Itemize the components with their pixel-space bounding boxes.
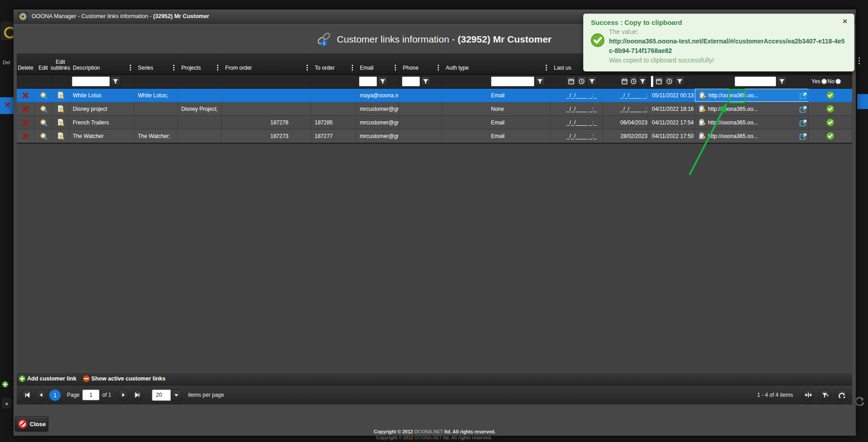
last-used-filter-button[interactable] [587, 76, 597, 86]
date2-cell: _/_/____ _:_ [603, 102, 648, 115]
description-filter-input[interactable] [72, 76, 110, 86]
next-page-button[interactable] [118, 390, 129, 401]
first-page-button[interactable] [21, 390, 33, 401]
last-page-button[interactable] [132, 390, 143, 401]
delete-button[interactable] [17, 89, 35, 102]
column-header-email[interactable]: Email [356, 53, 399, 74]
calendar-icon [656, 78, 662, 85]
previous-page-button[interactable] [35, 390, 47, 401]
delete-button[interactable] [17, 116, 35, 129]
current-page-button[interactable]: 1 [49, 390, 61, 401]
column-menu-icon[interactable] [436, 64, 440, 71]
edit-sublinks-button[interactable] [52, 89, 69, 102]
resize-columns-button[interactable] [802, 389, 814, 401]
description-filter-button[interactable] [111, 76, 120, 86]
active-check-icon [826, 132, 834, 140]
series-cell [134, 102, 178, 115]
page-number-input[interactable] [82, 390, 99, 400]
date3-filter-button[interactable] [675, 76, 684, 86]
date3-filter-input[interactable] [651, 76, 653, 87]
funnel-icon [380, 79, 386, 85]
series-cell: White Lotus; [134, 89, 178, 102]
date2-calendar-button[interactable] [620, 76, 628, 86]
email-filter-button[interactable] [378, 76, 387, 86]
date3-calendar-button[interactable] [654, 76, 664, 86]
last-used-calendar-button[interactable] [566, 76, 576, 86]
last-used-cell: _/_/____ _:_ [550, 116, 603, 129]
description-cell: The Watcher [69, 129, 134, 143]
pager-bar: 1 Page of 1 20 items per page 1 - 4 of 4… [17, 385, 852, 404]
refresh-icon [838, 392, 845, 398]
active-cell [809, 129, 852, 143]
background-add-icon [2, 381, 9, 390]
date3-clock-button[interactable] [665, 76, 674, 86]
last-used-clock-button[interactable] [577, 76, 586, 86]
column-header-from-order[interactable]: From order [222, 53, 311, 74]
column-header-auth-type[interactable]: Auth type [442, 53, 550, 74]
magnifier-icon [40, 105, 47, 113]
phone-filter-button[interactable] [421, 76, 430, 86]
window-title: OOONA Manager - Customer links informati… [32, 13, 209, 19]
clear-filters-button[interactable] [819, 389, 831, 401]
column-menu-icon[interactable] [350, 64, 354, 71]
show-active-customer-links-button[interactable]: Show active customer links [83, 375, 165, 382]
funnel-icon [537, 79, 543, 85]
page-size-select[interactable]: 20 [152, 390, 182, 401]
add-customer-link-button[interactable]: Add customer link [19, 375, 76, 382]
to-order-cell [311, 102, 356, 115]
filter-cell-edit [35, 75, 52, 88]
open-external-icon[interactable] [799, 133, 807, 140]
auth-type-filter-button[interactable] [535, 76, 545, 86]
edit-button[interactable] [35, 102, 52, 115]
column-menu-icon[interactable] [171, 64, 176, 71]
date2-clock-button[interactable] [629, 76, 637, 86]
column-menu-icon[interactable] [305, 64, 309, 71]
projects-cell [178, 89, 222, 102]
column-header-description[interactable]: Description [69, 53, 134, 74]
column-header-series[interactable]: Series [134, 53, 178, 74]
edit-sublinks-button[interactable] [52, 116, 69, 129]
open-external-icon[interactable] [799, 119, 807, 126]
edit-button[interactable] [35, 89, 52, 102]
yes-radio[interactable] [821, 79, 827, 84]
description-cell: Disney project [69, 102, 134, 115]
link-filter-input[interactable] [735, 76, 776, 86]
column-header-phone[interactable]: Phone [399, 53, 442, 74]
page-size-dropdown-button[interactable] [171, 390, 182, 401]
edit-sublinks-button[interactable] [52, 129, 69, 143]
column-header-projects[interactable]: Projects [178, 53, 222, 74]
clear-filter-icon [821, 392, 829, 398]
column-menu-icon[interactable] [393, 64, 397, 71]
link-filter-button[interactable] [777, 76, 787, 86]
refresh-button[interactable] [835, 389, 848, 401]
filter-cell-phone [399, 75, 442, 88]
no-radio[interactable] [835, 79, 841, 84]
resize-columns-icon [805, 391, 812, 399]
last-used-cell: _/_/____ _:_ [550, 89, 603, 102]
filter-cell-link [695, 75, 809, 88]
toast-close-icon[interactable]: ✕ [842, 18, 848, 25]
projects-cell: Disney Project; [178, 102, 222, 115]
date2-filter-button[interactable] [638, 76, 646, 86]
delete-button[interactable] [17, 102, 35, 115]
active-check-icon [826, 119, 834, 126]
column-menu-icon[interactable] [544, 64, 548, 71]
open-external-icon[interactable] [799, 92, 807, 99]
email-filter-input[interactable] [359, 76, 377, 86]
filter-cell-delete [17, 75, 35, 88]
description-cell: French Trailers [69, 116, 134, 129]
edit-button[interactable] [35, 116, 52, 129]
background-column-menu-icon [859, 56, 860, 66]
phone-cell [399, 102, 442, 115]
phone-filter-input[interactable] [402, 76, 420, 86]
column-menu-icon[interactable] [215, 64, 220, 71]
edit-sublinks-button[interactable] [52, 102, 69, 115]
filter-cell-email [356, 75, 399, 88]
column-menu-icon[interactable] [128, 64, 132, 71]
open-external-icon[interactable] [799, 105, 807, 113]
edit-button[interactable] [35, 129, 52, 143]
column-header-to-order[interactable]: To order [311, 53, 356, 74]
first-page-icon [24, 392, 30, 398]
delete-button[interactable] [17, 129, 35, 143]
auth-type-filter-input[interactable] [491, 76, 534, 86]
